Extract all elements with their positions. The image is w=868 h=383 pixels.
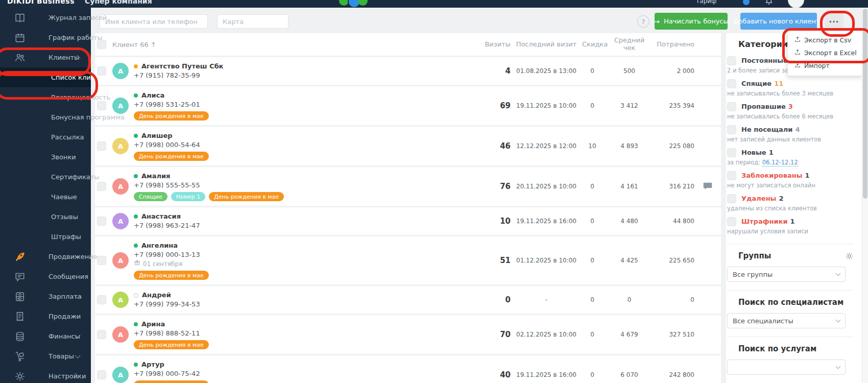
sidebar-item-calls[interactable]: Звонки bbox=[0, 147, 91, 167]
chat-icon bbox=[14, 271, 26, 282]
client-status-icon bbox=[134, 93, 138, 98]
sidebar-item-goods[interactable]: Товары bbox=[0, 346, 91, 366]
row-checkbox[interactable] bbox=[97, 141, 106, 151]
row-checkbox[interactable] bbox=[97, 330, 106, 339]
scrollbar-thumb[interactable] bbox=[863, 9, 867, 199]
row-checkbox[interactable] bbox=[97, 370, 106, 379]
category-count: 1 bbox=[805, 171, 809, 180]
sidebar-item-fines[interactable]: Штрафы bbox=[0, 227, 91, 247]
sidebar-item-messages[interactable]: Сообщения bbox=[0, 267, 91, 286]
menu-item-export[interactable]: Экспорт в Excel bbox=[788, 46, 862, 59]
chat-bubble-icon[interactable] bbox=[694, 181, 721, 192]
receipt-icon bbox=[14, 311, 26, 322]
services-select[interactable] bbox=[727, 360, 846, 375]
sidebar-item-label: Сертификаты bbox=[51, 173, 100, 181]
menu-item-import[interactable]: Импорт bbox=[788, 59, 862, 72]
spent-column-header[interactable]: Потрачено bbox=[656, 41, 694, 49]
sidebar-item-finance[interactable]: Финансы bbox=[0, 326, 91, 346]
tariff-label[interactable]: Тариф bbox=[696, 0, 716, 5]
visits-value: 51 bbox=[470, 256, 511, 265]
row-checkbox[interactable] bbox=[97, 295, 106, 304]
avatar: А bbox=[112, 213, 129, 229]
sidebar-item-schedule[interactable]: График работы bbox=[0, 28, 91, 47]
table-row[interactable]: А Андрей +7 (999) 799-34-53 0 - 0 0 0 bbox=[95, 286, 721, 314]
trolley-icon bbox=[14, 351, 26, 362]
sidebar-item-reviews[interactable]: Отзывы bbox=[0, 207, 91, 227]
sidebar-item-clients[interactable]: Клиенты bbox=[0, 47, 91, 67]
avg-check-value: 4 480 bbox=[602, 218, 656, 225]
menu-item-export[interactable]: Экспорт в Csv bbox=[788, 34, 862, 46]
row-checkbox[interactable] bbox=[97, 101, 106, 110]
groups-gear-icon[interactable] bbox=[845, 252, 854, 260]
card-input[interactable] bbox=[217, 14, 288, 29]
user-avatar[interactable] bbox=[788, 0, 804, 8]
table-row[interactable]: А Алишер +7 (998) 000-54-64 День рождени… bbox=[95, 127, 721, 165]
client-column-header[interactable]: Клиент 66 ↑ bbox=[110, 41, 470, 49]
row-checkbox[interactable] bbox=[97, 217, 106, 226]
sidebar-item-client-list[interactable]: Список клиентов bbox=[0, 67, 91, 87]
visits-value: 4 bbox=[470, 66, 511, 76]
birthday-icon bbox=[134, 259, 143, 269]
category-item: Новые 1 за период: 06.12-12.12 bbox=[727, 148, 854, 166]
sidebar-item-promotion[interactable]: Продвижение bbox=[0, 247, 91, 267]
table-row[interactable]: А Ангелина +7 (998) 000-13-13 01 сентябр… bbox=[95, 236, 721, 284]
client-badge: Спящие bbox=[134, 192, 167, 201]
client-name: Алиса bbox=[141, 91, 164, 100]
category-checkbox[interactable] bbox=[727, 171, 736, 180]
avg-check-column-header[interactable]: Средний чек bbox=[602, 37, 656, 52]
client-badge: День рождения в мае bbox=[134, 271, 209, 280]
sidebar-item-journal[interactable]: Журнал записей bbox=[0, 8, 91, 28]
last-visit-column-header[interactable]: Последний визит bbox=[511, 41, 582, 49]
more-actions-button[interactable]: ... bbox=[825, 13, 843, 30]
visits-column-header[interactable]: Визиты bbox=[470, 41, 511, 49]
row-checkbox[interactable] bbox=[97, 182, 106, 191]
category-checkbox[interactable] bbox=[727, 217, 736, 226]
last-visit-value: - bbox=[511, 296, 582, 303]
sidebar-item-mailing[interactable]: Рассылка bbox=[0, 127, 91, 147]
category-item: Заблокированы 1 не могут записаться онла… bbox=[727, 171, 854, 189]
category-item: Пропавшие 3 не записывались более 6 меся… bbox=[727, 102, 854, 121]
category-description: не записывались более 6 месяцев bbox=[727, 113, 854, 121]
sidebar-item-tips[interactable]: Чаевые bbox=[0, 187, 91, 207]
row-checkbox[interactable] bbox=[97, 256, 106, 265]
category-checkbox[interactable] bbox=[727, 102, 736, 111]
client-phone: +7 (998) 000-54-64 bbox=[134, 140, 209, 150]
category-checkbox[interactable] bbox=[727, 194, 736, 203]
period-link[interactable]: 06.12-12.12 bbox=[762, 159, 798, 166]
groups-select[interactable]: Все группы bbox=[727, 267, 846, 282]
category-checkbox[interactable] bbox=[727, 79, 736, 88]
add-client-button[interactable]: Добавить нового клиента bbox=[740, 13, 817, 30]
client-status-icon bbox=[134, 293, 138, 298]
discount-column-header[interactable]: Скидка bbox=[582, 41, 602, 49]
category-item: Не посещали 4 нет записей данных клиенто… bbox=[727, 125, 854, 143]
sidebar-item-sales[interactable]: Продажи bbox=[0, 306, 91, 326]
table-row[interactable]: А Артур +7 (998) 000-75-42 День рождения… bbox=[95, 355, 721, 383]
sidebar-item-returns[interactable]: Возвращаемость bbox=[0, 87, 91, 107]
avg-check-value: 4 161 bbox=[602, 183, 656, 190]
table-row[interactable]: А Арина +7 (998) 888-52-11 День рождения… bbox=[95, 315, 721, 354]
help-icon[interactable]: ? bbox=[637, 15, 649, 28]
sidebar-item-salary[interactable]: Зарплата bbox=[0, 286, 91, 306]
sidebar-item-certificates[interactable]: Сертификаты bbox=[0, 167, 91, 187]
table-row[interactable]: А Анастасия +7 (998) 963-21-47 10 19.11.… bbox=[95, 207, 721, 235]
table-row[interactable]: А Амалия +7 (998) 555-55-55 СпящиеНомер … bbox=[95, 167, 721, 206]
category-checkbox[interactable] bbox=[727, 148, 736, 157]
category-checkbox[interactable] bbox=[727, 125, 736, 134]
table-header-row: Клиент 66 ↑ Визиты Последний визит Скидк… bbox=[95, 33, 721, 56]
notification-dot[interactable] bbox=[743, 0, 750, 5]
sidebar-nav: Журнал записей График работы Клиенты Спи… bbox=[0, 8, 91, 383]
sidebar-item-settings[interactable]: Настройки bbox=[0, 366, 91, 383]
table-row[interactable]: А Алиса +7 (998) 531-25-01 День рождения… bbox=[95, 86, 721, 125]
chevron-down-icon bbox=[836, 318, 841, 323]
import-icon bbox=[794, 61, 801, 70]
accrue-bonuses-button[interactable]: → Начислить бонусы bbox=[655, 13, 728, 30]
category-checkbox[interactable] bbox=[727, 56, 736, 65]
specialists-select[interactable]: Все специалисты bbox=[727, 313, 846, 328]
search-input[interactable] bbox=[100, 14, 208, 29]
category-count: 1 bbox=[790, 217, 795, 226]
bell-icon[interactable] bbox=[764, 0, 774, 5]
client-status-icon bbox=[134, 64, 138, 68]
sidebar-item-bonus[interactable]: Бонусная программа bbox=[0, 107, 91, 127]
table-row[interactable]: А Агентство Путеш Сбк +7 (915) 782-35-99… bbox=[95, 57, 721, 85]
client-badge: День рождения в мае bbox=[134, 152, 209, 161]
